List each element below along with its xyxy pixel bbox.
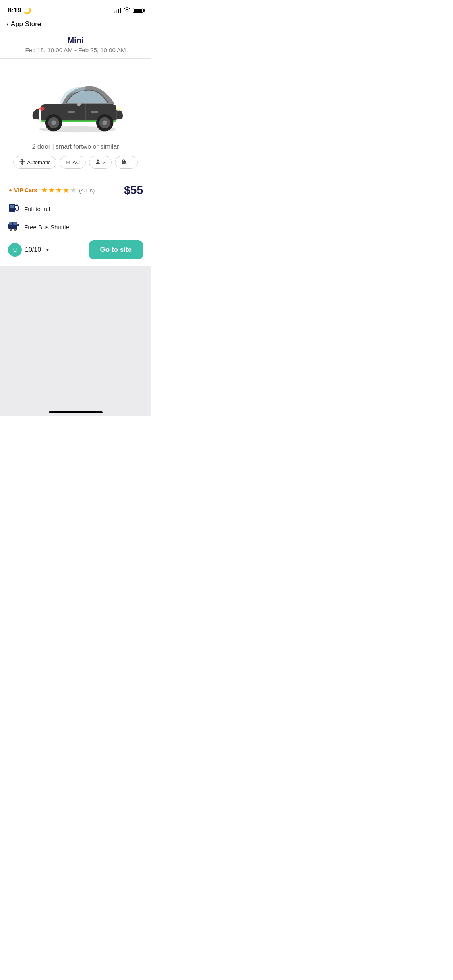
fuel-label: Full to full (24, 206, 50, 212)
badge-transmission: Automatic (13, 156, 56, 169)
car-description: 2 door | smart fortwo or similar (0, 143, 151, 150)
svg-point-35 (15, 229, 16, 230)
svg-point-37 (13, 249, 14, 250)
svg-point-33 (10, 229, 12, 230)
go-to-site-button[interactable]: Go to site (89, 240, 143, 259)
svg-point-28 (16, 204, 18, 206)
page-title: Mini (8, 36, 143, 45)
svg-rect-30 (9, 222, 12, 225)
fuel-pump-icon (8, 202, 19, 216)
score-section[interactable]: 10/10 ▼ (8, 243, 50, 257)
badge-ac-label: AC (72, 159, 80, 165)
svg-point-21 (97, 160, 99, 162)
badge-luggage: 1 (115, 156, 137, 169)
svg-rect-3 (68, 111, 74, 113)
vip-cars-name: VIP Cars (14, 187, 37, 194)
svg-point-12 (116, 107, 121, 111)
battery-icon (133, 8, 143, 13)
car-image (23, 71, 128, 135)
date-range: Feb 18, 10:00 AM - Feb 25, 10:00 AM (8, 47, 143, 54)
moon-icon: 🌙 (23, 7, 31, 14)
badge-passengers-label: 2 (103, 159, 105, 165)
smiley-icon (8, 243, 22, 257)
svg-point-8 (102, 120, 107, 125)
offer-card: ✦ VIP Cars ★ ★ ★ ★ ★ (4.1 K) $55 (0, 177, 151, 266)
feature-badges: Automatic ❄ AC 2 1 (0, 156, 151, 177)
status-indicators (114, 7, 143, 14)
rating-count: (4.1 K) (79, 187, 95, 194)
svg-rect-36 (17, 224, 19, 226)
app-store-label[interactable]: App Store (11, 20, 41, 28)
page-header: Mini Feb 18, 10:00 AM - Feb 25, 10:00 AM (0, 29, 151, 58)
star-5: ★ (70, 186, 77, 195)
features-list: Full to full Free Bus Shuttle (8, 202, 143, 234)
svg-point-18 (21, 161, 23, 163)
svg-rect-31 (13, 222, 17, 225)
home-bar (49, 411, 103, 413)
ac-icon: ❄ (66, 159, 70, 166)
automatic-icon (19, 159, 25, 166)
gray-background-area (0, 266, 151, 403)
svg-point-14 (77, 102, 81, 106)
svg-rect-27 (10, 205, 14, 208)
provider-row: ✦ VIP Cars ★ ★ ★ ★ ★ (4.1 K) $55 (8, 184, 143, 197)
vip-cars-icon: ✦ (8, 187, 13, 194)
provider-left: ✦ VIP Cars ★ ★ ★ ★ ★ (4.1 K) (8, 186, 95, 195)
badge-transmission-label: Automatic (27, 159, 50, 165)
back-button[interactable]: ‹ (6, 19, 9, 29)
status-time-area: 8:19 🌙 (8, 7, 31, 14)
feature-fuel: Full to full (8, 202, 143, 216)
star-1: ★ (41, 186, 48, 195)
score-chevron-icon: ▼ (45, 247, 50, 253)
svg-rect-4 (91, 111, 98, 113)
svg-point-11 (51, 120, 56, 125)
car-illustration (23, 72, 128, 134)
score-value: 10/10 (25, 246, 41, 253)
star-4: ★ (63, 186, 69, 195)
luggage-icon (121, 159, 126, 166)
home-indicator-area (0, 403, 151, 416)
bottom-row: 10/10 ▼ Go to site (8, 240, 143, 259)
star-rating: ★ ★ ★ ★ ★ (4.1 K) (41, 186, 95, 195)
status-time: 8:19 (8, 7, 21, 14)
svg-point-13 (39, 107, 44, 111)
wifi-icon (124, 7, 130, 14)
person-icon (95, 159, 101, 166)
nav-back-row: ‹ App Store (0, 18, 151, 29)
svg-point-38 (16, 249, 17, 250)
feature-shuttle: Free Bus Shuttle (8, 220, 143, 234)
badge-ac: ❄ AC (60, 156, 86, 169)
star-3: ★ (56, 186, 62, 195)
status-bar: 8:19 🌙 (0, 0, 151, 18)
car-image-section (0, 59, 151, 143)
badge-passengers: 2 (89, 156, 112, 169)
price: $55 (124, 184, 143, 197)
signal-icon (114, 8, 121, 13)
badge-luggage-label: 1 (128, 159, 131, 165)
star-2: ★ (48, 186, 55, 195)
shuttle-icon (8, 220, 19, 234)
shuttle-label: Free Bus Shuttle (24, 224, 69, 231)
vip-cars-logo: ✦ VIP Cars (8, 187, 37, 194)
